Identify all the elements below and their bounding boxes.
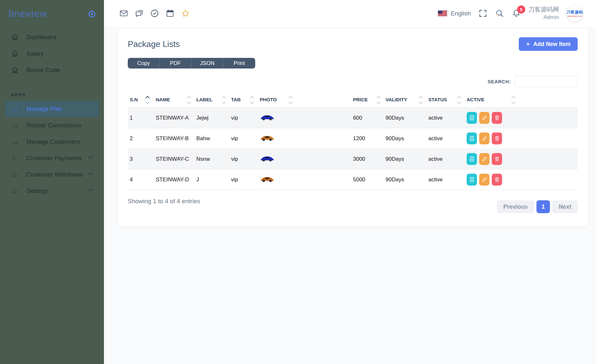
arrow-right-icon: → — [11, 138, 19, 146]
avatar-logo-subtext: www.dkewl.com — [568, 15, 582, 17]
avatar[interactable]: 刀客源码 www.dkewl.com — [566, 5, 583, 22]
search-input[interactable] — [515, 76, 578, 87]
edit-action-button[interactable] — [479, 153, 489, 165]
column-label: NAME — [156, 97, 170, 102]
check-circle-icon[interactable] — [150, 9, 159, 18]
sidebar-item-label: Bonus Code — [26, 67, 60, 74]
calendar-action-button[interactable] — [467, 112, 477, 124]
column-header-label[interactable]: LABEL — [196, 96, 231, 108]
cell-price: 5000 — [353, 169, 386, 190]
sidebar-item-label: Manage Plan — [26, 105, 62, 113]
column-label: S.N — [130, 97, 138, 102]
pagination-next-button[interactable]: Next — [552, 200, 578, 213]
edit-action-button[interactable] — [479, 174, 489, 186]
cell-validity: 90Days — [386, 169, 428, 190]
cell-photo — [260, 169, 353, 190]
edit-action-button[interactable] — [479, 112, 489, 124]
pagination: Previous 1 Next — [497, 196, 578, 213]
packages-table: S.NNAMELABELTABPHOTOPRICEVALIDITYSTATUSA… — [128, 96, 578, 190]
sidebar-item-customer-withdraws[interactable]: ▷Customer Withdraws — [5, 166, 99, 183]
cell-photo — [260, 128, 353, 149]
cell-validity: 90Days — [386, 149, 428, 169]
cell-sn: 1 — [128, 108, 156, 128]
chevron-up-icon — [88, 156, 93, 160]
package-lists-card: Package Lists + Add New Item CopyPDFJSON… — [117, 29, 588, 226]
column-header-name[interactable]: NAME — [156, 96, 196, 108]
sidebar-item-dashboard[interactable]: Dashboard — [5, 29, 99, 45]
notifications-button[interactable]: 5 — [512, 9, 521, 18]
cell-status: active — [428, 149, 467, 169]
fullscreen-icon[interactable] — [478, 9, 488, 18]
sidebar-item-manage-customers[interactable]: →Manage Customers — [5, 133, 99, 150]
column-header-price[interactable]: PRICE — [353, 96, 386, 108]
column-label: LABEL — [196, 97, 212, 102]
sidebar-item-manage-plan[interactable]: →Manage Plan — [5, 101, 99, 117]
pagination-page-1-button[interactable]: 1 — [536, 200, 550, 213]
sidebar-item-label: Salary — [26, 50, 44, 57]
table-header-row: S.NNAMELABELTABPHOTOPRICEVALIDITYSTATUSA… — [128, 96, 578, 108]
sidebar-item-settings[interactable]: ▷Settings — [5, 183, 99, 199]
print-button[interactable]: Print — [223, 58, 255, 68]
sidebar-item-customer-payments[interactable]: ▷Customer Payments — [5, 150, 99, 166]
sort-carets-icon — [222, 96, 225, 104]
sidebar: lineview DashboardSalaryBonus Code APPS … — [0, 0, 104, 364]
cell-price: 600 — [353, 108, 386, 128]
json-button[interactable]: JSON — [191, 58, 223, 68]
column-header-status[interactable]: STATUS — [428, 96, 467, 108]
column-label: TAB — [231, 97, 241, 102]
delete-action-button[interactable] — [492, 112, 502, 124]
pdf-button[interactable]: PDF — [160, 58, 191, 68]
home-icon — [11, 50, 19, 58]
column-header-active[interactable]: ACTIVE — [467, 96, 578, 108]
delete-action-button[interactable] — [492, 132, 502, 144]
column-header-photo[interactable]: PHOTO — [260, 96, 353, 108]
sidebar-item-bonus-code[interactable]: Bonus Code — [5, 62, 99, 78]
sidebar-toggle-icon[interactable] — [88, 10, 96, 18]
cell-photo — [260, 108, 353, 128]
car-photo-blue-car — [260, 114, 275, 121]
column-header-tab[interactable]: TAB — [231, 96, 260, 108]
arrow-right-icon: → — [11, 121, 19, 129]
delete-action-button[interactable] — [492, 153, 502, 165]
sort-carets-icon — [251, 96, 254, 104]
cell-label: Jejwj — [196, 108, 231, 128]
sidebar-header: lineview — [0, 0, 104, 19]
app-logo: lineview — [8, 8, 47, 19]
sidebar-item-salary[interactable]: Salary — [5, 45, 99, 62]
cell-status: active — [428, 169, 467, 190]
car-photo-orange-car — [260, 134, 275, 141]
delete-action-button[interactable] — [492, 174, 502, 186]
edit-action-button[interactable] — [479, 132, 489, 144]
column-header-s-n[interactable]: S.N — [128, 96, 156, 108]
sidebar-item-label: Customer Payments — [26, 155, 82, 162]
calendar-action-button[interactable] — [467, 132, 477, 144]
calendar-action-button[interactable] — [467, 153, 477, 165]
cell-actions — [467, 128, 578, 149]
arrow-right-icon: → — [11, 105, 19, 113]
table-row: 3STEINWAY-CNsnwvip300090Daysactive — [128, 149, 578, 169]
sidebar-item-label: Settings — [26, 187, 49, 195]
content-area: Package Lists + Add New Item CopyPDFJSON… — [104, 27, 596, 364]
pagination-previous-button[interactable]: Previous — [497, 200, 534, 213]
calendar-action-button[interactable] — [467, 174, 477, 186]
search-icon[interactable] — [495, 9, 504, 18]
triangle-right-icon: ▷ — [11, 154, 19, 162]
sidebar-item-rebate-commission[interactable]: →Rebate Commission — [5, 117, 99, 133]
calendar-icon[interactable] — [165, 9, 175, 18]
sidebar-item-label: Customer Withdraws — [26, 171, 83, 178]
star-icon[interactable] — [181, 9, 190, 18]
cell-tab: vip — [231, 169, 260, 190]
language-switcher[interactable]: English — [438, 10, 471, 17]
cell-validity: 90Days — [386, 128, 428, 149]
copy-button[interactable]: Copy — [128, 58, 160, 68]
chat-icon[interactable] — [135, 9, 144, 18]
app-root: lineview DashboardSalaryBonus Code APPS … — [0, 0, 596, 364]
table-footer: Showing 1 to 4 of 4 entries Previous 1 N… — [128, 196, 578, 213]
entries-info: Showing 1 to 4 of 4 entries — [128, 196, 200, 205]
column-header-validity[interactable]: VALIDITY — [386, 96, 428, 108]
mail-icon[interactable] — [119, 9, 128, 18]
add-new-item-button[interactable]: + Add New Item — [519, 37, 578, 51]
add-button-label: Add New Item — [533, 41, 571, 48]
notification-badge: 5 — [517, 5, 525, 14]
table-row: 4STEINWAY-DJvip500090Daysactive — [128, 169, 578, 190]
